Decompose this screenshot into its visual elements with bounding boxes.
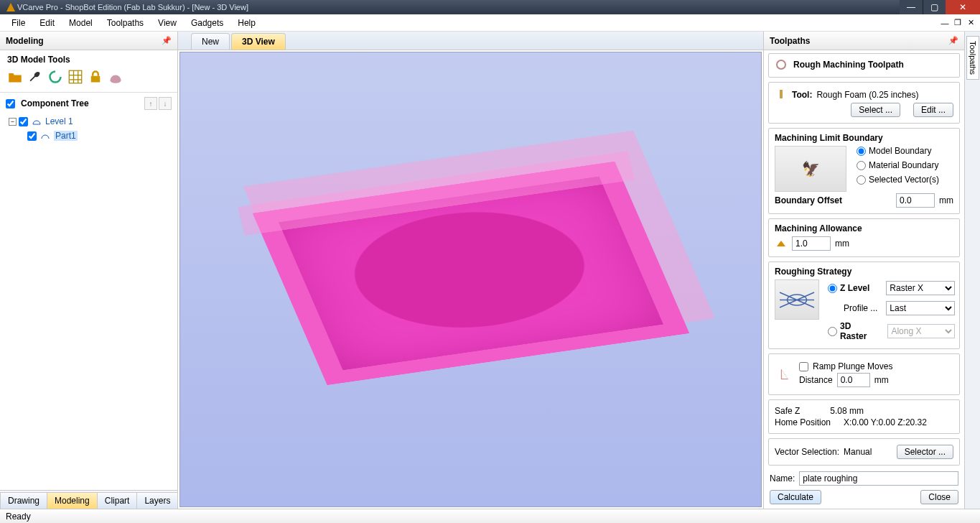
ramp-dist-label: Distance (799, 375, 833, 385)
profile-select[interactable]: Last (886, 301, 955, 315)
allowance-input[interactable] (792, 236, 831, 251)
menu-gadgets[interactable]: Gadgets (184, 16, 230, 30)
tab-drawing[interactable]: Drawing (0, 492, 47, 509)
menu-help[interactable]: Help (230, 16, 263, 30)
limit-boundary-title: Machining Limit Boundary (775, 133, 953, 143)
model-tools-title: 3D Model Tools (0, 50, 177, 66)
menu-view[interactable]: View (151, 16, 184, 30)
window-maximize-button[interactable]: ▢ (923, 0, 946, 14)
selector-button[interactable]: Selector ... (897, 445, 953, 459)
window-title: VCarve Pro - ShopBot Edition (Fab Lab Su… (17, 3, 900, 11)
pin-icon[interactable]: 📌 (162, 36, 172, 45)
opt-selected-vectors[interactable]: Selected Vector(s) (857, 175, 953, 185)
tool-select-button[interactable]: Select ... (851, 103, 900, 117)
opt-model-boundary[interactable]: Model Boundary (857, 146, 953, 156)
grid-icon[interactable] (67, 69, 83, 85)
dome-icon[interactable] (108, 69, 123, 85)
component-tree-header: Component Tree ↑ ↓ (6, 97, 172, 110)
menu-edit[interactable]: Edit (32, 16, 62, 30)
mdi-restore-icon[interactable]: ❐ (953, 18, 963, 28)
window-close-button[interactable]: ✕ (946, 0, 980, 14)
app-icon (4, 1, 17, 14)
document-tabs: New 3D View (178, 32, 763, 50)
tree-part-node[interactable]: Part1 (9, 129, 169, 143)
zlevel-select[interactable]: Raster X (886, 281, 955, 295)
svg-rect-1 (91, 76, 101, 83)
svg-point-3 (777, 60, 785, 69)
left-bottom-tabs: Drawing Modeling Clipart Layers (0, 490, 177, 509)
center-area: New 3D View (178, 32, 763, 509)
tree-level-label: Level 1 (45, 116, 73, 126)
tree-move-down-button[interactable]: ↓ (159, 97, 172, 110)
name-label: Name: (770, 473, 795, 483)
ramp-dist-input[interactable] (837, 373, 870, 387)
tool-icon (775, 88, 788, 101)
right-gutter: Toolpaths (964, 32, 980, 509)
home-value: X:0.00 Y:0.00 Z:20.32 (844, 417, 927, 427)
tree-move-up-button[interactable]: ↑ (144, 97, 157, 110)
tool-edit-button[interactable]: Edit ... (913, 103, 953, 117)
doc-tab-new[interactable]: New (191, 33, 230, 50)
allowance-unit: mm (835, 239, 849, 249)
doc-tab-3dview[interactable]: 3D View (231, 33, 286, 50)
toolpath-name-input[interactable] (799, 471, 958, 486)
toolpath-title: Rough Machining Toolpath (793, 60, 904, 70)
3d-viewport[interactable] (179, 52, 762, 507)
left-panel: Modeling 📌 3D Model Tools Component Tree… (0, 32, 178, 509)
boundary-offset-input[interactable] (896, 193, 935, 208)
svg-rect-4 (780, 90, 783, 98)
allowance-icon (775, 237, 788, 250)
spin-icon[interactable] (47, 69, 63, 85)
tab-clipart[interactable]: Clipart (97, 492, 138, 509)
left-panel-title: Modeling (6, 36, 44, 46)
menu-model[interactable]: Model (62, 16, 100, 30)
right-panel-header: Toolpaths 📌 (764, 32, 964, 50)
right-pin-icon[interactable]: 📌 (948, 36, 958, 45)
raster3d-select: Along X (887, 324, 955, 338)
strategy-thumb (775, 279, 819, 320)
level-icon (30, 115, 43, 128)
tree-part-label: Part1 (54, 131, 78, 141)
menu-toolpaths[interactable]: Toolpaths (100, 16, 151, 30)
right-panel-title: Toolpaths (770, 36, 810, 46)
mdi-close-icon[interactable]: ✕ (966, 18, 976, 28)
tree-part-check[interactable] (27, 131, 37, 141)
menu-bar: File Edit Model Toolpaths View Gadgets H… (0, 14, 980, 32)
svg-rect-0 (69, 70, 82, 83)
menu-file[interactable]: File (4, 16, 32, 30)
ramp-check[interactable]: Ramp Plunge Moves (799, 361, 953, 371)
model-tools-row (0, 66, 177, 92)
home-label: Home Position (775, 417, 831, 427)
status-bar: Ready (0, 509, 980, 523)
tree-level-check[interactable] (19, 117, 28, 126)
opt-3draster[interactable]: 3D Raster (828, 321, 879, 341)
tree-collapse-icon[interactable]: − (9, 118, 17, 126)
mdi-minimize-icon[interactable]: — (940, 18, 950, 28)
opt-zlevel[interactable]: Z Level (828, 283, 869, 293)
tab-modeling[interactable]: Modeling (47, 492, 98, 509)
window-titlebar: VCarve Pro - ShopBot Edition (Fab Lab Su… (0, 0, 980, 14)
tree-level-node[interactable]: − Level 1 (9, 114, 169, 129)
component-tree-check[interactable] (6, 99, 15, 108)
lock-icon[interactable] (88, 69, 103, 85)
calculate-button[interactable]: Calculate (770, 490, 821, 504)
part-icon (39, 129, 52, 142)
toolpaths-side-tab[interactable]: Toolpaths (966, 36, 979, 80)
safez-value: 5.08 mm (830, 406, 864, 416)
status-text: Ready (6, 512, 31, 522)
component-tree: − Level 1 Part1 (6, 110, 172, 147)
3d-model-preview (252, 162, 689, 385)
component-tree-title: Component Tree (21, 98, 89, 108)
rough-toolpath-icon (775, 58, 788, 71)
ramp-icon (775, 362, 795, 387)
window-minimize-button[interactable]: — (900, 0, 923, 14)
allowance-title: Machining Allowance (775, 223, 953, 233)
boundary-offset-unit: mm (939, 195, 953, 205)
close-button[interactable]: Close (920, 490, 958, 504)
wrench-icon[interactable] (27, 69, 43, 85)
tab-layers[interactable]: Layers (136, 492, 178, 509)
opt-material-boundary[interactable]: Material Boundary (857, 160, 953, 170)
vecsel-label: Vector Selection: (775, 447, 839, 457)
profile-label: Profile ... (844, 303, 877, 313)
open-file-icon[interactable] (7, 69, 23, 85)
